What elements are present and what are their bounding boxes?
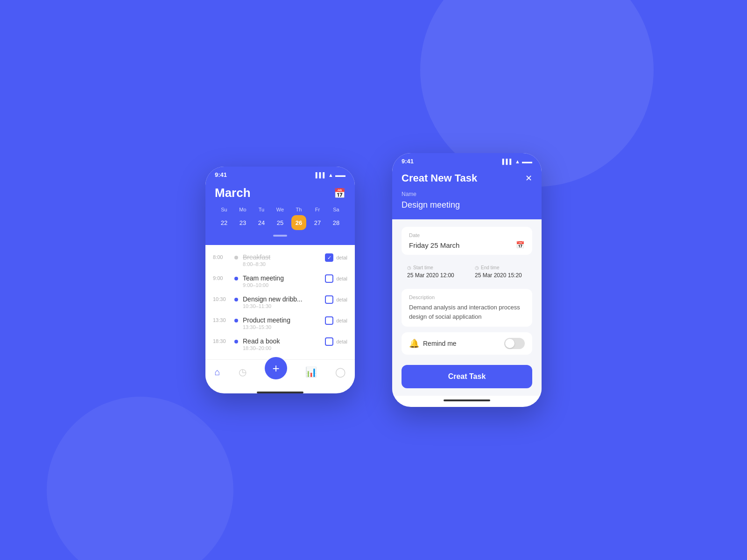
task-content-5: Read a book 18:30–20:00: [243, 337, 320, 351]
detal-btn-4[interactable]: detal: [336, 318, 347, 323]
day-th: Th: [289, 207, 308, 212]
task-time-3: 10:30: [213, 296, 230, 302]
task-content-4: Product meeting 13:30–15:30: [243, 316, 320, 330]
task-content-3: Densign new dribb... 10:30–11:30: [243, 295, 320, 309]
task-name-3: Densign new dribb...: [243, 295, 320, 303]
detal-btn-1[interactable]: detal: [336, 255, 347, 260]
modal-header: Creat New Task ✕: [402, 172, 532, 184]
task-densign: 10:30 Densign new dribb... 10:30–11:30 d…: [205, 292, 355, 313]
task-team-meeting: 9:00 Team meeting 9:00–10:00 detal: [205, 271, 355, 292]
remind-toggle[interactable]: [504, 338, 525, 349]
description-group: Description Demand analysis and interact…: [402, 289, 532, 327]
form-section: Date Friday 25 March 📅 ◷ Start time 25 M…: [392, 219, 542, 396]
date-28[interactable]: 28: [327, 215, 345, 230]
tasks-section: 8:00 Breakfast 8:00–8:30 detal 9:00 Team…: [205, 245, 355, 359]
week-row: Su Mo Tu We Th Fr Sa: [215, 207, 345, 212]
nav-user-icon[interactable]: ◯: [335, 366, 345, 378]
date-25[interactable]: 25: [271, 215, 289, 230]
task-name-1: Breakfast: [243, 253, 320, 261]
home-bar-2: [444, 399, 490, 401]
wifi-icon-2: ▲: [515, 159, 520, 164]
date-calendar-icon[interactable]: 📅: [516, 241, 525, 249]
task-dot-4: [234, 319, 238, 322]
remind-row: 🔔 Remind me: [402, 332, 532, 355]
task-dot-5: [234, 340, 238, 343]
nav-home-icon[interactable]: ⌂: [215, 367, 220, 378]
date-22[interactable]: 22: [215, 215, 233, 230]
task-range-5: 18:30–20:00: [243, 345, 320, 351]
day-mo: Mo: [233, 207, 252, 212]
start-time-card: ◷ Start time 25 Mar 2020 12:00: [402, 260, 465, 283]
status-icons-2: ▌▌▌ ▲ ▬▬: [502, 159, 532, 164]
date-27[interactable]: 27: [308, 215, 327, 230]
end-time-value[interactable]: 25 Mar 2020 15:20: [475, 272, 527, 279]
nav-chart-icon[interactable]: 📊: [305, 366, 317, 378]
task-dot-2: [234, 277, 238, 280]
wifi-icon: ▲: [328, 172, 333, 178]
day-tu: Tu: [252, 207, 271, 212]
scroll-indicator: [215, 235, 345, 237]
calendar-icon[interactable]: 📅: [334, 188, 345, 199]
month-title: March: [215, 186, 251, 200]
day-sa: Sa: [327, 207, 345, 212]
status-time-1: 9:41: [215, 171, 227, 178]
date-text: Friday 25 March: [409, 241, 459, 249]
status-bar-1: 9:41 ▌▌▌ ▲ ▬▬: [205, 167, 355, 181]
phone-create-task: 9:41 ▌▌▌ ▲ ▬▬ Creat New Task ✕ Name Desi…: [392, 153, 542, 407]
task-dot-1: [234, 256, 238, 259]
phone-calendar: 9:41 ▌▌▌ ▲ ▬▬ March 📅 Su Mo Tu We Th Fr …: [205, 167, 355, 393]
task-checkbox-4[interactable]: [325, 316, 333, 325]
status-bar-2: 9:41 ▌▌▌ ▲ ▬▬: [392, 153, 542, 168]
description-value: Demand analysis and interaction process …: [409, 303, 525, 321]
task-checkbox-3[interactable]: [325, 295, 333, 304]
task-name-2: Team meeting: [243, 274, 320, 282]
nav-fab-button[interactable]: +: [265, 357, 287, 379]
name-value: Design meeting: [402, 200, 532, 210]
task-checkbox-1[interactable]: [325, 253, 333, 262]
calendar-header: March 📅: [215, 186, 345, 200]
clock-icon-end: ◷: [475, 265, 479, 270]
date-23[interactable]: 23: [233, 215, 252, 230]
task-checkbox-5[interactable]: [325, 337, 333, 346]
create-task-button[interactable]: Creat Task: [402, 365, 532, 388]
calendar-section: March 📅 Su Mo Tu We Th Fr Sa 22 23 24 25…: [205, 181, 355, 245]
date-label: Date: [409, 232, 525, 238]
bell-icon: 🔔: [409, 338, 419, 349]
nav-clock-icon[interactable]: ◷: [239, 366, 247, 378]
date-row: 22 23 24 25 26 27 28: [215, 215, 345, 230]
status-time-2: 9:41: [402, 158, 414, 165]
task-range-2: 9:00–10:00: [243, 282, 320, 288]
bottom-nav: ⌂ ◷ + 📊 ◯: [205, 359, 355, 389]
remind-left: 🔔 Remind me: [409, 338, 457, 349]
task-content-1: Breakfast 8:00–8:30: [243, 253, 320, 267]
task-range-3: 10:30–11:30: [243, 303, 320, 309]
task-content-2: Team meeting 9:00–10:00: [243, 274, 320, 288]
signal-icon: ▌▌▌: [316, 172, 326, 178]
task-checkbox-2[interactable]: [325, 274, 333, 283]
end-time-label: ◷ End time: [475, 265, 527, 270]
task-dot-3: [234, 298, 238, 301]
detal-btn-3[interactable]: detal: [336, 297, 347, 302]
task-time-4: 13:30: [213, 317, 230, 323]
date-group: Date Friday 25 March 📅: [402, 227, 532, 255]
date-24[interactable]: 24: [252, 215, 271, 230]
task-time-1: 8:00: [213, 254, 230, 260]
task-time-2: 9:00: [213, 275, 230, 281]
date-value: Friday 25 March 📅: [409, 241, 525, 249]
task-name-5: Read a book: [243, 337, 320, 345]
task-product-meeting: 13:30 Product meeting 13:30–15:30 detal: [205, 313, 355, 334]
start-time-value[interactable]: 25 Mar 2020 12:00: [407, 272, 459, 279]
task-breakfast: 8:00 Breakfast 8:00–8:30 detal: [205, 250, 355, 271]
task-read-book: 18:30 Read a book 18:30–20:00 detal: [205, 334, 355, 355]
description-label: Description: [409, 294, 525, 300]
start-time-label: ◷ Start time: [407, 265, 459, 270]
day-su: Su: [215, 207, 233, 212]
name-label: Name: [402, 191, 532, 197]
status-icons-1: ▌▌▌ ▲ ▬▬: [316, 172, 345, 178]
detal-btn-2[interactable]: detal: [336, 276, 347, 281]
task-range-1: 8:00–8:30: [243, 261, 320, 267]
close-button[interactable]: ✕: [525, 173, 532, 183]
remind-text: Remind me: [423, 340, 457, 347]
detal-btn-5[interactable]: detal: [336, 339, 347, 344]
date-26-active[interactable]: 26: [291, 215, 306, 230]
